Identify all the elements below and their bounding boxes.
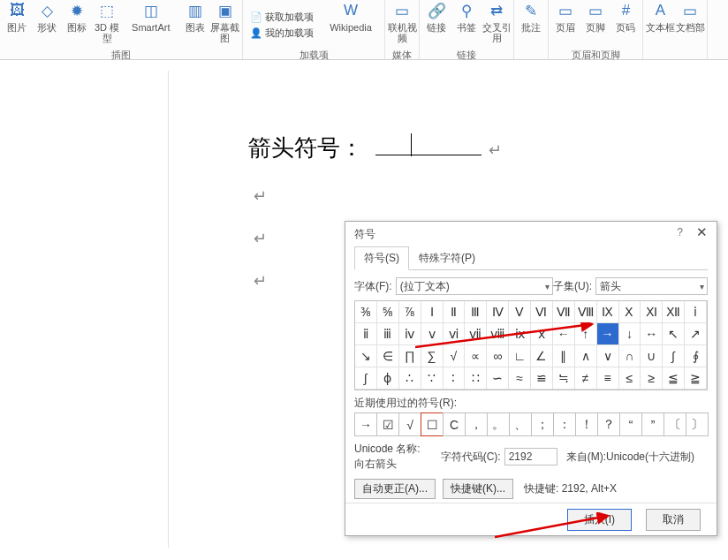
tab-special-chars[interactable]: 特殊字符(P) — [409, 246, 485, 270]
recent-symbol-cell[interactable]: ！ — [575, 412, 598, 436]
symbol-cell[interactable]: ⅹ — [531, 323, 553, 345]
tab-symbol[interactable]: 符号(S) — [354, 246, 409, 270]
ribbon-chart-button[interactable]: ▥图表 — [180, 0, 210, 49]
symbol-cell[interactable]: ∷ — [465, 367, 487, 390]
symbol-cell[interactable]: ∮ — [685, 345, 707, 367]
recent-symbol-cell[interactable]: ☑ — [376, 412, 399, 436]
from-dropdown[interactable]: Unicode(十六进制) — [606, 450, 708, 465]
recent-symbol-cell[interactable]: → — [354, 412, 377, 436]
symbol-cell[interactable]: ↓ — [619, 323, 641, 345]
symbol-cell[interactable]: ⅷ — [487, 323, 509, 345]
shortcutkey-button[interactable]: 快捷键(K)... — [443, 479, 513, 499]
symbol-cell[interactable]: ≒ — [553, 367, 575, 390]
symbol-cell[interactable]: ≤ — [619, 367, 641, 390]
symbol-cell[interactable]: ∈ — [377, 345, 399, 367]
recent-symbol-cell[interactable]: 〔 — [664, 412, 686, 436]
symbol-cell[interactable]: ∟ — [509, 345, 531, 367]
symbol-cell[interactable]: ∠ — [531, 345, 553, 367]
symbol-cell[interactable]: ≦ — [663, 367, 685, 390]
help-icon[interactable]: ? — [677, 226, 683, 238]
recent-symbol-cell[interactable]: ☐ — [421, 412, 444, 436]
symbol-cell[interactable]: ≌ — [531, 367, 553, 390]
ribbon-shape-button[interactable]: ◇形状 — [32, 0, 62, 49]
ribbon-screenshot-button[interactable]: ▣屏幕截图 — [210, 0, 240, 49]
symbol-cell[interactable]: ↖ — [663, 323, 685, 345]
symbol-cell[interactable]: ∑ — [421, 345, 444, 367]
ribbon-small-button[interactable]: 📄 获取加载项 — [250, 9, 314, 25]
ribbon-bookmark-button[interactable]: ⚲书签 — [451, 0, 482, 49]
insert-button[interactable]: 插入(I) — [567, 509, 632, 531]
ribbon-wikipedia-button[interactable]: WWikipedia — [319, 0, 383, 49]
symbol-cell[interactable]: ⅴ — [421, 323, 444, 345]
recent-symbol-cell[interactable]: √ — [398, 412, 421, 436]
symbol-cell[interactable]: → — [597, 323, 619, 345]
symbol-cell[interactable]: Ⅲ — [465, 301, 487, 323]
symbol-cell[interactable]: ∥ — [553, 345, 575, 367]
symbol-cell[interactable]: ≡ — [597, 367, 619, 390]
recent-symbol-cell[interactable]: ； — [531, 412, 554, 436]
symbol-cell[interactable]: ↘ — [355, 345, 377, 367]
ribbon-smartart-button[interactable]: ◫SmartArt — [122, 0, 180, 49]
symbol-cell[interactable]: ∽ — [487, 367, 509, 390]
symbol-cell[interactable]: Ⅰ — [421, 301, 444, 323]
ribbon-pagenum-button[interactable]: #页码 — [610, 0, 641, 49]
symbol-cell[interactable]: ∩ — [619, 345, 641, 367]
symbol-cell[interactable]: ⅱ — [355, 323, 377, 345]
symbol-cell[interactable]: ⅞ — [399, 301, 421, 323]
recent-symbol-cell[interactable]: C — [443, 412, 466, 436]
ribbon-textbox-button[interactable]: A文本框 — [645, 0, 675, 49]
symbol-cell[interactable]: Ⅴ — [509, 301, 531, 323]
symbol-cell[interactable]: Ⅷ — [575, 301, 597, 323]
symbol-cell[interactable]: ∫ — [355, 367, 377, 390]
symbol-cell[interactable]: Ⅸ — [597, 301, 619, 323]
symbol-cell[interactable]: Ⅺ — [641, 301, 663, 323]
symbol-cell[interactable]: ⅶ — [465, 323, 487, 345]
symbol-cell[interactable]: Ⅶ — [553, 301, 575, 323]
ribbon-crossref-button[interactable]: ⇄交叉引用 — [482, 0, 512, 49]
symbol-cell[interactable]: ⅝ — [377, 301, 399, 323]
recent-symbol-cell[interactable]: 〕 — [686, 412, 709, 436]
cancel-button[interactable]: 取消 — [646, 509, 701, 531]
symbol-cell[interactable]: ⅳ — [399, 323, 421, 345]
symbol-cell[interactable]: ⅜ — [355, 301, 377, 323]
symbol-cell[interactable]: ≈ — [509, 367, 531, 390]
recent-symbol-cell[interactable]: ？ — [597, 412, 620, 436]
recent-symbol-cell[interactable]: ” — [641, 412, 664, 436]
symbol-cell[interactable]: ⅸ — [509, 323, 531, 345]
symbol-cell[interactable]: ∏ — [399, 345, 421, 367]
symbol-cell[interactable]: ≧ — [685, 367, 707, 390]
autocorrect-button[interactable]: 自动更正(A)... — [354, 479, 436, 499]
symbol-cell[interactable]: ∝ — [465, 345, 487, 367]
symbol-cell[interactable]: Ⅱ — [444, 301, 466, 323]
ribbon-link-button[interactable]: 🔗链接 — [421, 0, 451, 49]
ribbon-model3d-button[interactable]: ⬚3D 模型 — [92, 0, 122, 49]
symbol-cell[interactable]: ∞ — [487, 345, 509, 367]
symbol-cell[interactable]: ↗ — [685, 323, 707, 345]
ribbon-small-button[interactable]: 👤 我的加载项 — [250, 25, 314, 41]
symbol-cell[interactable]: ∨ — [597, 345, 619, 367]
symbol-cell[interactable]: ⅰ — [685, 301, 707, 323]
recent-symbol-cell[interactable]: ： — [553, 412, 576, 436]
recent-symbol-cell[interactable]: “ — [619, 412, 642, 436]
dialog-titlebar[interactable]: 符号 ? ✕ — [345, 222, 717, 246]
symbol-cell[interactable]: ↔ — [641, 323, 663, 345]
recent-symbol-cell[interactable]: 、 — [509, 412, 532, 436]
symbol-cell[interactable]: Ⅹ — [619, 301, 641, 323]
close-icon[interactable]: ✕ — [696, 224, 708, 240]
subset-dropdown[interactable]: 箭头 — [595, 277, 708, 295]
recent-symbol-cell[interactable]: ， — [465, 412, 488, 436]
symbol-cell[interactable]: Ⅻ — [663, 301, 685, 323]
ribbon-pic-button[interactable]: 🖼图片 — [2, 0, 32, 49]
symbol-cell[interactable]: ∵ — [421, 367, 444, 390]
ribbon-iconbtn-button[interactable]: ✹图标 — [62, 0, 92, 49]
symbol-cell[interactable]: ↑ — [575, 323, 597, 345]
symbol-cell[interactable]: √ — [444, 345, 466, 367]
charcode-input[interactable]: 2192 — [504, 448, 557, 465]
recent-symbol-cell[interactable]: 。 — [487, 412, 510, 436]
symbol-cell[interactable]: ⅲ — [377, 323, 399, 345]
symbol-cell[interactable]: Ⅳ — [487, 301, 509, 323]
font-dropdown[interactable]: (拉丁文本) — [396, 277, 553, 295]
ribbon-comment-button[interactable]: ✎批注 — [516, 0, 546, 49]
symbol-cell[interactable]: Ⅵ — [531, 301, 553, 323]
input-underline-field[interactable] — [375, 137, 482, 155]
